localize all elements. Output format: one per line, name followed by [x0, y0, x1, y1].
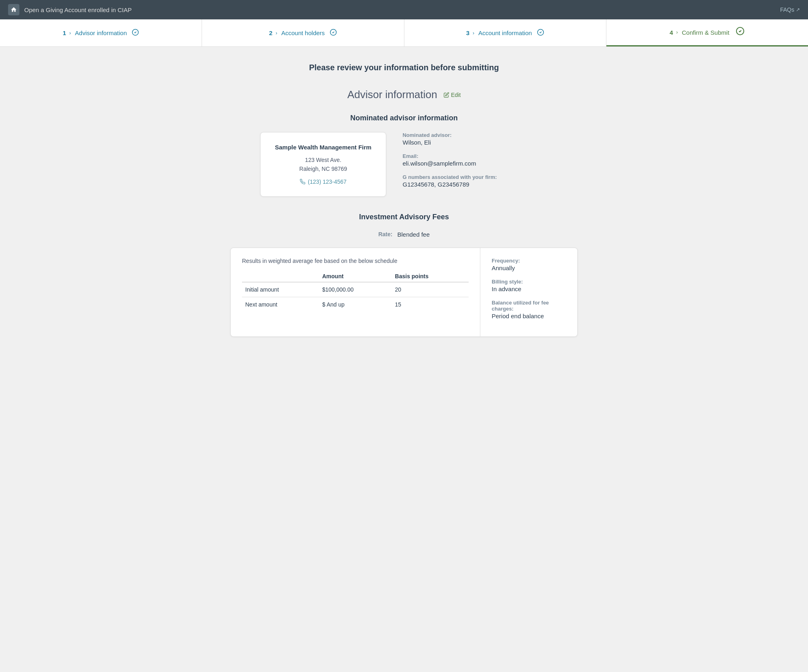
balance-value: Period end balance [492, 313, 566, 319]
fee-description: Results in weighted average fee based on… [242, 258, 469, 264]
step-3-check [537, 29, 544, 38]
step-4-label: Confirm & Submit [682, 29, 730, 36]
edit-link[interactable]: Edit [444, 92, 461, 98]
fees-section: Investment Advisory Fees Rate: Blended f… [230, 213, 578, 337]
steps-navigation: 1 › Advisor information 2 › Account hold… [0, 19, 808, 47]
step-1-label: Advisor information [75, 29, 127, 36]
g-numbers-label: G numbers associated with your firm: [402, 174, 548, 180]
firm-address-line1: 123 West Ave. [305, 157, 341, 163]
fee-table-section: Results in weighted average fee based on… [231, 248, 480, 336]
header-title: Open a Giving Account enrolled in CIAP [24, 6, 132, 13]
faqs-label: FAQs [780, 6, 794, 13]
step-1-check [132, 29, 139, 38]
col-header-amount: Amount [319, 271, 391, 282]
row-1-basis: 20 [392, 282, 469, 297]
step-1-number: 1 [63, 29, 66, 36]
edit-label: Edit [451, 92, 461, 98]
step-2-label: Account holders [281, 29, 325, 36]
row-2-label: Next amount [242, 297, 319, 312]
frequency-value: Annually [492, 265, 566, 271]
rate-row: Rate: Blended fee [230, 231, 578, 238]
row-1-amount: $100,000.00 [319, 282, 391, 297]
firm-address: 123 West Ave. Raleigh, NC 98769 [275, 155, 372, 174]
firm-address-line2: Raleigh, NC 98769 [299, 166, 347, 172]
billing-style-value: In advance [492, 286, 566, 292]
email-group: Email: eli.wilson@samplefirm.com [402, 153, 548, 167]
firm-phone: (123) 123-4567 [275, 178, 372, 185]
home-icon[interactable] [8, 4, 19, 15]
table-header-row: Amount Basis points [242, 271, 469, 282]
col-header-label [242, 271, 319, 282]
step-4-number: 4 [669, 29, 673, 36]
step-2-chevron: › [276, 30, 277, 36]
step-3-number: 3 [466, 29, 469, 36]
firm-phone-number: (123) 123-4567 [308, 178, 347, 185]
advisor-section-title: Advisor information [347, 88, 438, 101]
advisor-details: Nominated advisor: Wilson, Eli Email: el… [402, 132, 548, 195]
step-3-label: Account information [478, 29, 532, 36]
nominated-advisor-subsection-title: Nominated advisor information [230, 114, 578, 122]
step-4[interactable]: 4 › Confirm & Submit [606, 19, 808, 46]
col-header-basis: Basis points [392, 271, 469, 282]
fee-card: Results in weighted average fee based on… [230, 248, 578, 337]
balance-group: Balance utilized for fee charges: Period… [492, 300, 566, 319]
billing-style-label: Billing style: [492, 279, 566, 285]
step-4-active-indicator [736, 27, 745, 38]
fee-schedule-table: Amount Basis points Initial amount $100,… [242, 271, 469, 312]
page-header: Open a Giving Account enrolled in CIAP F… [0, 0, 808, 19]
firm-name: Sample Wealth Management Firm [275, 144, 372, 151]
step-4-chevron: › [676, 29, 678, 35]
header-left: Open a Giving Account enrolled in CIAP [8, 4, 132, 15]
nominated-advisor-group: Nominated advisor: Wilson, Eli [402, 132, 548, 146]
phone-icon [300, 179, 305, 185]
email-label: Email: [402, 153, 548, 159]
email-value: eli.wilson@samplefirm.com [402, 160, 548, 167]
step-3-chevron: › [473, 30, 474, 36]
faqs-link[interactable]: FAQs ↗ [780, 6, 800, 13]
edit-icon [444, 92, 449, 98]
row-2-basis: 15 [392, 297, 469, 312]
step-2-number: 2 [269, 29, 272, 36]
fees-section-title: Investment Advisory Fees [230, 213, 578, 221]
row-1-label: Initial amount [242, 282, 319, 297]
fee-right-section: Frequency: Annually Billing style: In ad… [480, 248, 577, 336]
g-numbers-group: G numbers associated with your firm: G12… [402, 174, 548, 188]
g-numbers-value: G12345678, G23456789 [402, 181, 548, 188]
frequency-group: Frequency: Annually [492, 258, 566, 271]
row-2-amount: $ And up [319, 297, 391, 312]
step-2-check [330, 29, 337, 38]
external-link-icon: ↗ [796, 7, 800, 13]
frequency-label: Frequency: [492, 258, 566, 264]
nominated-advisor-label: Nominated advisor: [402, 132, 548, 138]
table-row: Initial amount $100,000.00 20 [242, 282, 469, 297]
main-content: Please review your information before su… [222, 47, 586, 353]
advisor-info-grid: Sample Wealth Management Firm 123 West A… [230, 132, 578, 197]
step-1-chevron: › [69, 30, 71, 36]
page-title: Please review your information before su… [230, 63, 578, 72]
rate-label: Rate: [378, 231, 392, 237]
rate-value: Blended fee [397, 231, 429, 238]
advisor-information-section: Advisor information Edit Nominated advis… [230, 88, 578, 337]
balance-label: Balance utilized for fee charges: [492, 300, 566, 312]
billing-style-group: Billing style: In advance [492, 279, 566, 292]
section-header: Advisor information Edit [230, 88, 578, 101]
step-3[interactable]: 3 › Account information [404, 19, 606, 46]
firm-card: Sample Wealth Management Firm 123 West A… [260, 132, 387, 197]
table-row: Next amount $ And up 15 [242, 297, 469, 312]
nominated-advisor-value: Wilson, Eli [402, 139, 548, 146]
step-2[interactable]: 2 › Account holders [202, 19, 404, 46]
step-1[interactable]: 1 › Advisor information [0, 19, 202, 46]
